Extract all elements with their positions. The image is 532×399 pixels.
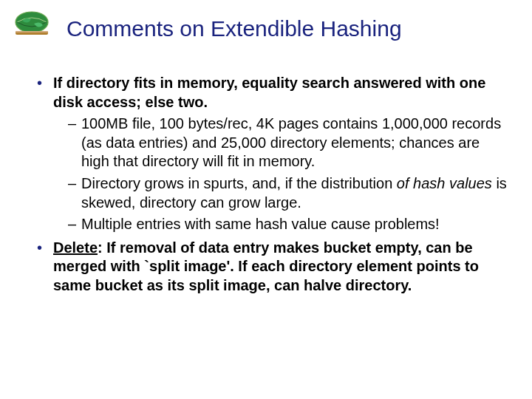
slide-title: Comments on Extendible Hashing (66, 16, 510, 41)
globe-logo-icon (13, 9, 50, 35)
delete-label: Delete (53, 239, 98, 256)
svg-rect-3 (16, 31, 48, 33)
bullet-delete: Delete: If removal of data entry makes b… (37, 239, 510, 296)
bullet-directory-lead: If directory fits in memory, equality se… (53, 75, 485, 110)
subbullet-example: 100MB file, 100 bytes/rec, 4K pages cont… (68, 115, 510, 171)
slide-body: If directory fits in memory, equality se… (37, 74, 510, 300)
subbullet-growth-a: Directory grows in spurts, and, if the d… (81, 175, 397, 191)
bullet-directory: If directory fits in memory, equality se… (37, 74, 510, 234)
subbullet-growth-italic: of hash values (397, 175, 492, 191)
subbullet-problems: Multiple entries with same hash value ca… (68, 215, 510, 234)
slide: Comments on Extendible Hashing If direct… (0, 0, 532, 399)
subbullet-growth: Directory grows in spurts, and, if the d… (68, 174, 510, 212)
delete-text: : If removal of data entry makes bucket … (53, 239, 479, 293)
